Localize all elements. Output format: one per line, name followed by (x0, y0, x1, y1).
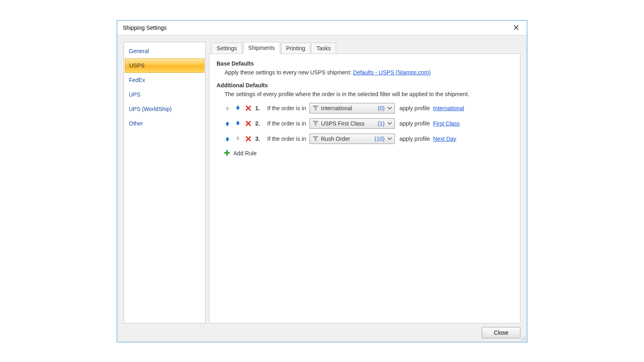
funnel-icon (312, 136, 319, 142)
base-defaults-text: Apply these settings to every new USPS s… (225, 69, 353, 76)
additional-defaults-desc: The settings of every profile where the … (225, 91, 513, 97)
profile-link[interactable]: Next Day (433, 136, 456, 142)
rule-prefix: If the order is in (267, 105, 306, 111)
filter-name: Rush Order (321, 136, 372, 142)
tab-shipments[interactable]: Shipments (243, 42, 280, 54)
filter-count: (0) (378, 105, 384, 111)
filter-dropdown[interactable]: International (0) (310, 103, 395, 113)
svg-point-2 (524, 336, 525, 337)
base-defaults-title: Base Defaults (217, 60, 513, 67)
rule-row: 2. If the order is in USPS First Class (… (224, 116, 513, 131)
rule-number: 2. (255, 120, 264, 127)
filter-dropdown[interactable]: Rush Order (10) (310, 134, 395, 144)
profile-link[interactable]: International (433, 105, 464, 111)
sidebar-item-fedex[interactable]: FedEx (124, 73, 205, 87)
close-icon[interactable] (509, 23, 523, 33)
svg-point-6 (523, 339, 524, 340)
shipping-settings-dialog: Shipping Settings General USPS FedEx UPS… (117, 20, 527, 342)
rule-number: 1. (255, 105, 264, 111)
apply-label: apply profile (400, 105, 430, 111)
delete-icon[interactable] (245, 135, 252, 142)
tab-printing[interactable]: Printing (281, 43, 310, 54)
apply-label: apply profile (400, 136, 430, 142)
move-up-icon[interactable] (224, 120, 231, 127)
dialog-body: General USPS FedEx UPS UPS (WorldShip) O… (117, 35, 527, 342)
chevron-down-icon (387, 121, 392, 126)
profile-link[interactable]: First Class (433, 120, 460, 127)
filter-count: (10) (375, 136, 385, 142)
add-rule-label: Add Rule (233, 150, 257, 156)
funnel-icon (312, 120, 319, 127)
sidebar-item-usps[interactable]: USPS (125, 58, 204, 73)
rule-row: 3. If the order is in Rush Order (10) (224, 131, 513, 146)
titlebar: Shipping Settings (117, 21, 527, 35)
close-button[interactable]: Close (482, 327, 520, 338)
svg-point-4 (524, 338, 525, 339)
plus-icon (224, 150, 230, 157)
move-down-icon[interactable] (234, 120, 242, 127)
tab-strip: Settings Shipments Printing Tasks (209, 42, 520, 54)
sidebar-item-ups-worldship[interactable]: UPS (WorldShip) (124, 102, 205, 116)
tab-tasks[interactable]: Tasks (311, 43, 336, 54)
tab-settings[interactable]: Settings (211, 43, 242, 54)
filter-dropdown[interactable]: USPS First Class (1) (310, 118, 395, 129)
defaults-profile-link[interactable]: Defaults - USPS (Stamps.com) (353, 69, 431, 76)
chevron-down-icon (387, 106, 392, 111)
filter-count: (1) (378, 120, 384, 127)
svg-rect-1 (224, 152, 230, 154)
window-title: Shipping Settings (123, 25, 167, 31)
rule-prefix: If the order is in (267, 120, 306, 127)
funnel-icon (312, 105, 319, 111)
category-sidebar: General USPS FedEx UPS UPS (WorldShip) O… (124, 42, 206, 323)
tab-panel-shipments: Base Defaults Apply these settings to ev… (209, 53, 520, 323)
delete-icon[interactable] (245, 120, 252, 127)
resize-grip-icon[interactable] (520, 335, 526, 341)
add-rule-button[interactable]: Add Rule (224, 150, 513, 157)
move-down-icon (234, 135, 242, 142)
sidebar-item-other[interactable]: Other (124, 116, 205, 131)
svg-point-5 (521, 339, 522, 340)
rules-list: 1. If the order is in International (0) (224, 101, 513, 146)
rule-number: 3. (255, 136, 264, 142)
base-defaults-desc: Apply these settings to every new USPS s… (225, 69, 513, 76)
additional-defaults-title: Additional Defaults (217, 82, 513, 88)
main-area: Settings Shipments Printing Tasks Base D… (209, 42, 520, 323)
chevron-down-icon (387, 136, 392, 141)
move-down-icon[interactable] (234, 105, 242, 112)
dialog-footer: Close (117, 323, 527, 342)
rule-row: 1. If the order is in International (0) (224, 101, 513, 116)
move-up-icon (224, 105, 231, 112)
svg-point-3 (523, 338, 524, 339)
delete-icon[interactable] (245, 105, 252, 112)
sidebar-item-general[interactable]: General (124, 44, 205, 58)
apply-label: apply profile (400, 120, 430, 127)
filter-name: USPS First Class (321, 120, 376, 127)
rule-prefix: If the order is in (267, 136, 306, 142)
sidebar-item-ups[interactable]: UPS (124, 87, 205, 102)
move-up-icon[interactable] (224, 135, 231, 142)
filter-name: International (321, 105, 376, 111)
svg-point-7 (524, 339, 525, 340)
